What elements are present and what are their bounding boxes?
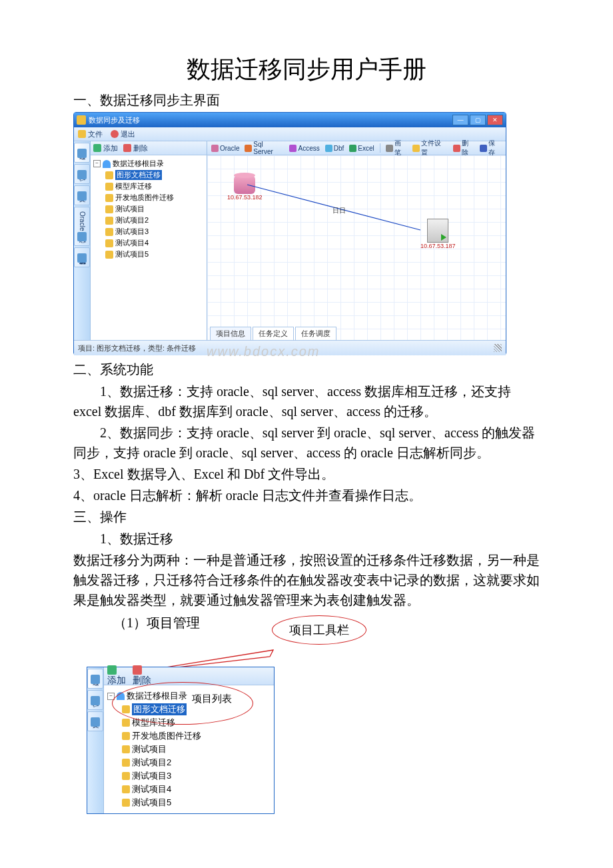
paragraph: 1、数据迁移：支持 oracle、sql server、access 数据库相互… <box>73 381 540 421</box>
tb-access[interactable]: Access <box>289 145 319 152</box>
tb-sqlserver-label: Sql Server <box>253 141 284 155</box>
tb-oracle[interactable]: Oracle <box>211 145 239 152</box>
collapse-icon[interactable]: − <box>93 160 101 167</box>
project-tree[interactable]: − 数据迁移根目录 图形文档迁移 模型库迁移 开发地质图件迁移 测试项目 测试项… <box>91 155 207 340</box>
delete-project-button[interactable]: 删除 <box>133 665 151 687</box>
node-target-server[interactable]: 10.67.53.187 <box>420 219 456 249</box>
delete-label: 删除 <box>133 143 148 153</box>
sync-icon <box>77 170 87 179</box>
section-1-heading: 一、数据迁移同步主界面 <box>73 91 540 109</box>
tree-item[interactable]: 测试项目5 <box>105 249 204 260</box>
tree-item[interactable]: 测试项目 <box>122 743 270 756</box>
maximize-button[interactable]: ▢ <box>470 115 486 125</box>
screenshot-main-window: 数据同步及迁移 — ▢ ✕ 文件 退出 迁移 同步 文件 Oracle日志 <box>73 112 506 355</box>
tree-item[interactable]: 测试项目5 <box>122 796 270 809</box>
tree-item[interactable]: 测试项目 <box>105 203 204 215</box>
add-project-button[interactable]: 添加 <box>107 665 126 687</box>
project-icon <box>105 194 113 202</box>
minimize-button[interactable]: — <box>452 115 468 125</box>
tree-item-label: 测试项目4 <box>132 783 171 795</box>
design-canvas[interactable]: 10.67.53.182 日日 10.67.53.187 项目信息 任务定义 任… <box>207 155 506 340</box>
auto-status-icon <box>77 253 87 263</box>
tree-item[interactable]: 模型库迁移 <box>122 716 270 729</box>
tb-excel[interactable]: Excel <box>349 145 374 152</box>
tab-sync[interactable]: 同步 <box>74 164 90 184</box>
menu-exit-label: 退出 <box>121 129 135 139</box>
add-project-button[interactable]: 添加 <box>93 143 118 153</box>
delete-project-button[interactable]: 删除 <box>123 143 148 153</box>
tree-item-label: 测试项目3 <box>115 227 149 237</box>
dbf-icon <box>325 145 332 152</box>
tree-item-label: 模型库迁移 <box>115 181 152 191</box>
tab-auto-status[interactable]: 自动调度状态 <box>74 247 90 267</box>
delete-icon <box>123 144 131 152</box>
tree-item-label: 测试项目2 <box>132 757 171 769</box>
tree-root[interactable]: − 数据迁移根目录 <box>107 689 270 703</box>
callout-toolbar-label: 项目工具栏 <box>289 622 349 638</box>
paragraph: 2、数据同步：支持 oracle、sql server 到 oracle、sql… <box>73 423 540 463</box>
tree-item[interactable]: 测试项目4 <box>105 237 204 249</box>
tab-migrate[interactable]: 迁移 <box>87 669 103 689</box>
tree-item-label: 图形文档迁移 <box>132 703 187 715</box>
sync-icon <box>91 696 100 705</box>
access-icon <box>289 145 297 152</box>
menu-file[interactable]: 文件 <box>78 129 103 139</box>
tb-excel-label: Excel <box>358 145 374 152</box>
tree-item-label: 图形文档迁移 <box>115 170 162 180</box>
project-icon <box>105 251 113 259</box>
docset-icon <box>412 145 420 152</box>
tree-item[interactable]: 开发地质图件迁移 <box>105 192 204 203</box>
tab-task-schedule[interactable]: 任务调度 <box>295 327 336 340</box>
tab-migrate[interactable]: 迁移 <box>74 143 90 163</box>
project-tree[interactable]: − 数据迁移根目录 图形文档迁移 模型库迁移 开发地质图件迁移 测试项目 测试项… <box>103 685 274 813</box>
tree-item[interactable]: 测试项目2 <box>122 756 270 769</box>
tb-brush[interactable]: 画笔 <box>386 139 408 157</box>
window-titlebar: 数据同步及迁移 — ▢ ✕ <box>74 113 506 127</box>
tree-item[interactable]: 测试项目4 <box>122 783 270 796</box>
left-panel: 添加 删除 − 数据迁移根目录 图形文档迁移 模型库迁移 开发地质图件迁移 测试… <box>91 141 207 340</box>
tree-item-label: 测试项目5 <box>115 249 149 259</box>
project-toolbar: 添加 删除 <box>91 141 207 155</box>
home-icon <box>103 160 111 168</box>
project-icon <box>122 745 130 753</box>
tb-docset[interactable]: 文件设置 <box>412 139 447 157</box>
close-button[interactable]: ✕ <box>487 115 503 125</box>
add-label: 添加 <box>103 143 118 153</box>
add-icon <box>93 144 101 152</box>
tab-oracle-log[interactable]: Oracle日志 <box>74 207 90 246</box>
tree-item[interactable]: 测试项目3 <box>122 769 270 783</box>
page-title: 数据迁移同步用户手册 <box>73 53 540 86</box>
resize-grip[interactable] <box>494 344 502 352</box>
tab-file[interactable]: 文件 <box>74 185 90 205</box>
tb-delete[interactable]: 删除 <box>453 139 475 157</box>
tab-project-info[interactable]: 项目信息 <box>210 327 251 340</box>
oracle-icon <box>211 145 219 152</box>
callout-list-label: 项目列表 <box>192 693 232 705</box>
tb-save[interactable]: 保存 <box>480 139 502 157</box>
tree-item[interactable]: 模型库迁移 <box>105 181 204 192</box>
app-icon <box>77 115 86 125</box>
file-icon <box>78 130 86 138</box>
menu-exit[interactable]: 退出 <box>111 129 135 139</box>
tree-item[interactable]: 图形文档迁移 <box>105 169 204 181</box>
window-title: 数据同步及迁移 <box>89 115 452 125</box>
tree-root-label: 数据迁移根目录 <box>127 690 187 702</box>
tree-item[interactable]: 测试项目3 <box>105 226 204 237</box>
tab-file[interactable]: 文件 <box>87 711 103 731</box>
tb-sqlserver[interactable]: Sql Server <box>245 141 284 155</box>
status-text: 项目: 图形文档迁移，类型: 条件迁移 <box>78 343 196 353</box>
tab-sync[interactable]: 同步 <box>87 690 103 710</box>
tree-item[interactable]: 开发地质图件迁移 <box>122 729 270 743</box>
collapse-icon[interactable]: − <box>107 693 115 700</box>
right-panel: Oracle Sql Server Access Dbf Excel 画笔 文件… <box>207 141 506 340</box>
project-panel: 迁移 同步 文件 添加 删除 − 数据迁移根目录 图形文档迁移 <box>87 667 275 814</box>
connector-mid-label: 日日 <box>332 206 346 215</box>
tree-root[interactable]: − 数据迁移根目录 <box>93 158 204 169</box>
canvas-tabbar: 项目信息 任务定义 任务调度 <box>207 327 339 340</box>
project-icon <box>105 217 113 225</box>
file-tab-icon <box>91 717 100 727</box>
tab-task-define[interactable]: 任务定义 <box>253 327 294 340</box>
tb-dbf[interactable]: Dbf <box>325 145 344 152</box>
tree-item[interactable]: 测试项目2 <box>105 215 204 226</box>
project-icon <box>122 719 130 727</box>
